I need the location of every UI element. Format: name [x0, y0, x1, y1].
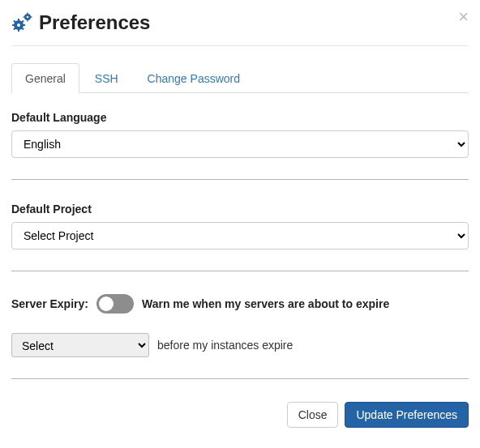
- expiry-duration-select[interactable]: Select: [11, 333, 149, 357]
- modal-footer: Close Update Preferences: [11, 402, 469, 428]
- svg-rect-2: [18, 19, 19, 21]
- svg-rect-12: [27, 13, 28, 15]
- svg-rect-14: [24, 16, 25, 17]
- toggle-knob: [99, 297, 114, 311]
- tab-ssh[interactable]: SSH: [81, 63, 132, 93]
- modal-header: Preferences ×: [11, 11, 469, 46]
- server-expiry-label: Server Expiry:: [11, 297, 88, 310]
- svg-point-1: [17, 23, 20, 27]
- svg-point-11: [27, 16, 29, 19]
- expiry-select-row: Select before my instances expire: [11, 333, 469, 357]
- warn-text: Warn me when my servers are about to exp…: [142, 297, 389, 310]
- default-project-block: Default Project Select Project: [11, 203, 469, 271]
- preferences-modal: Preferences × General SSH Change Passwor…: [0, 0, 480, 444]
- default-language-select[interactable]: English: [11, 130, 469, 158]
- default-language-label: Default Language: [11, 111, 469, 124]
- svg-rect-4: [12, 24, 15, 26]
- server-expiry-block: Server Expiry: Warn me when my servers a…: [11, 294, 469, 379]
- gears-icon: [11, 12, 32, 33]
- update-preferences-button[interactable]: Update Preferences: [345, 402, 469, 428]
- expiry-suffix-text: before my instances expire: [157, 339, 293, 352]
- close-button[interactable]: Close: [287, 402, 339, 428]
- svg-rect-13: [27, 20, 28, 22]
- close-icon[interactable]: ×: [458, 8, 469, 26]
- default-project-select[interactable]: Select Project: [11, 222, 469, 250]
- tab-change-password[interactable]: Change Password: [134, 63, 254, 93]
- tab-general[interactable]: General: [11, 63, 79, 93]
- default-project-label: Default Project: [11, 203, 469, 215]
- svg-rect-3: [18, 29, 19, 32]
- svg-rect-5: [23, 24, 25, 26]
- default-language-block: Default Language English: [11, 111, 469, 180]
- tab-panel-general: Default Language English Default Project…: [11, 93, 469, 379]
- warn-toggle[interactable]: [96, 294, 134, 314]
- tabs-nav: General SSH Change Password: [11, 62, 469, 93]
- svg-rect-15: [31, 16, 32, 17]
- server-expiry-row: Server Expiry: Warn me when my servers a…: [11, 294, 469, 314]
- modal-title: Preferences: [39, 11, 150, 34]
